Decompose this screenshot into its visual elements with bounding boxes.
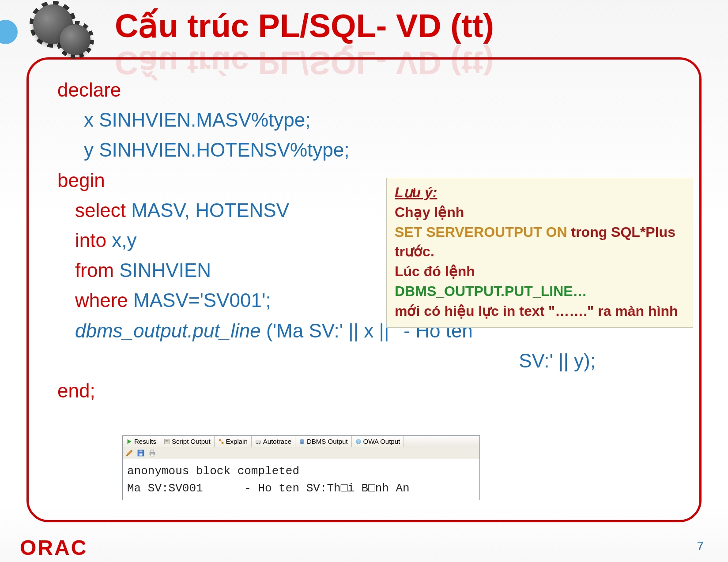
svg-rect-4: [219, 439, 220, 441]
page-number: 7: [697, 539, 704, 553]
svg-marker-0: [128, 439, 132, 444]
explain-icon: [218, 438, 224, 445]
kw-begin: begin: [57, 169, 105, 191]
svg-point-9: [259, 442, 260, 444]
code-text: MASV='SV001';: [133, 289, 271, 311]
tab-label: DBMS Output: [307, 438, 348, 445]
kw-from: from: [75, 259, 119, 281]
note-line: DBMS_OUTPUT.PUT_LINE…: [395, 281, 685, 301]
svg-rect-16: [140, 450, 143, 452]
globe-icon: [355, 438, 362, 445]
note-line: SET SERVEROUTPUT ON: [395, 224, 571, 240]
script-icon: [164, 438, 170, 445]
note-line: Chạy lệnh: [395, 202, 685, 222]
oracle-logo: ORAC: [20, 536, 87, 560]
autotrace-icon: [255, 438, 261, 445]
save-button[interactable]: [137, 449, 145, 457]
code-text: x,y: [112, 229, 136, 251]
tab-explain[interactable]: Explain: [215, 436, 252, 447]
note-title: Lưu ý:: [395, 183, 685, 202]
slide-title: Cấu trúc PL/SQL- VD (tt): [115, 7, 494, 45]
kw-select: select: [75, 199, 131, 221]
edit-button[interactable]: [125, 449, 133, 457]
code-dbms-fn: dbms_output.put_line: [75, 320, 261, 341]
database-icon: [0, 20, 18, 44]
tab-label: Script Output: [172, 438, 211, 445]
kw-where: where: [75, 289, 133, 311]
note-line: Lúc đó lệnh: [395, 262, 685, 281]
code-text: MASV, HOTENSV: [131, 199, 289, 221]
kw-end: end;: [57, 380, 95, 401]
code-text: SV:' || y);: [519, 350, 596, 371]
code-text: SINHVIEN.MASV%type;: [99, 109, 310, 131]
tab-label: OWA Output: [363, 438, 400, 445]
note-line: mới có hiệu lực in text "……." ra màn hìn…: [395, 301, 685, 321]
output-line: anonymous block completed: [127, 465, 299, 478]
printer-icon: [148, 449, 156, 457]
code-text: y: [84, 139, 99, 161]
code-text: SINHVIEN.HOTENSV%type;: [99, 139, 349, 161]
pencil-icon: [125, 449, 133, 457]
print-button[interactable]: [148, 449, 156, 457]
svg-rect-18: [151, 450, 154, 452]
tab-label: Explain: [226, 438, 248, 445]
kw-into: into: [75, 229, 112, 251]
output-line: Ma SV:SV001 - Ho ten SV:Th□i B□nh An: [127, 482, 410, 495]
tab-dbms-output[interactable]: DBMS Output: [295, 436, 352, 447]
play-icon: [126, 438, 132, 445]
dbms-icon: [299, 438, 305, 445]
svg-point-8: [256, 442, 258, 444]
svg-rect-19: [151, 454, 154, 456]
output-text: anonymous block completed Ma SV:SV001 - …: [123, 459, 479, 500]
note-box: Lưu ý: Chạy lệnh SET SERVEROUTPUT ON tro…: [386, 178, 693, 328]
svg-rect-7: [256, 441, 261, 443]
tab-script-output[interactable]: Script Output: [160, 436, 215, 447]
code-text: x: [84, 109, 99, 131]
kw-declare: declare: [57, 79, 121, 101]
output-tabs: Results Script Output Explain Autotrace …: [123, 436, 479, 447]
svg-point-12: [300, 442, 304, 444]
tab-label: Results: [134, 438, 156, 445]
output-toolbar: [123, 447, 479, 459]
tab-autotrace[interactable]: Autotrace: [252, 436, 295, 447]
gear-decoration: [0, 0, 97, 57]
svg-rect-15: [140, 453, 143, 456]
tab-label: Autotrace: [263, 438, 291, 445]
floppy-icon: [137, 449, 145, 457]
code-text: SINHVIEN: [119, 259, 211, 281]
tab-results[interactable]: Results: [123, 436, 160, 447]
tab-owa-output[interactable]: OWA Output: [352, 436, 404, 447]
gear-icon: [60, 24, 91, 55]
sql-output-panel: Results Script Output Explain Autotrace …: [122, 435, 480, 500]
